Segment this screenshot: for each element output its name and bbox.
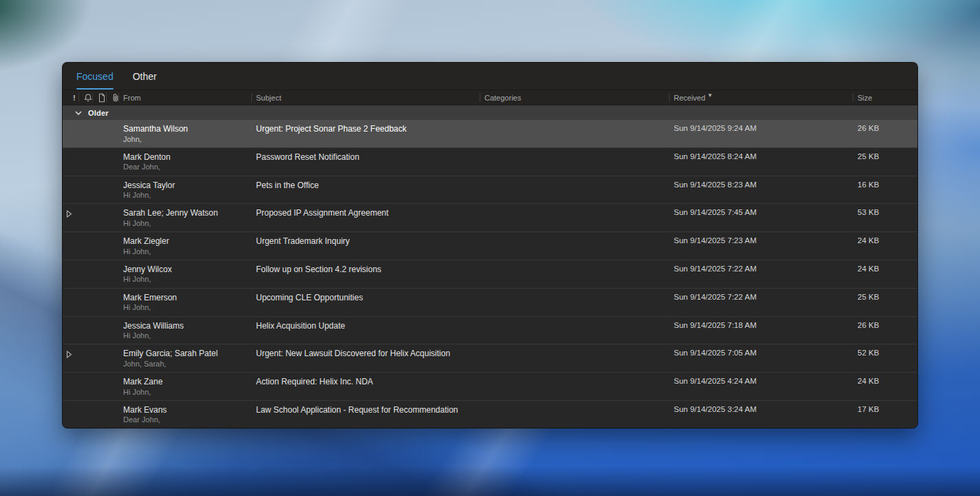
received-timestamp: Sun 9/14/2025 7:05 AM xyxy=(674,349,756,357)
sender-name: Sarah Lee; Jenny Watson xyxy=(123,208,218,218)
message-row[interactable]: Mark Emerson Hi John, Upcoming CLE Oppor… xyxy=(63,289,917,317)
column-received[interactable]: Received ▼ xyxy=(674,90,713,105)
column-header-row: ! From xyxy=(63,90,917,105)
message-subject: Urgent: Project Sonar Phase 2 Feedback xyxy=(256,124,407,134)
received-timestamp: Sun 9/14/2025 7:22 AM xyxy=(674,293,756,301)
message-preview: Dear John, xyxy=(123,415,160,424)
message-row[interactable]: Mark Ziegler Hi John, Urgent Trademark I… xyxy=(63,232,917,260)
message-preview: John, Sarah, xyxy=(123,360,166,368)
message-subject: Helix Acquisition Update xyxy=(256,321,345,331)
importance-icon: ! xyxy=(73,94,76,102)
inbox-tab-bar: Focused Other xyxy=(63,63,917,90)
desktop: Focused Other ! xyxy=(0,0,980,496)
column-subject-label: Subject xyxy=(256,94,281,102)
message-size: 26 KB xyxy=(858,321,879,329)
message-size: 25 KB xyxy=(858,152,879,161)
message-size: 17 KB xyxy=(858,405,879,413)
received-timestamp: Sun 9/14/2025 8:24 AM xyxy=(674,152,756,161)
message-row[interactable]: Mark Evans Dear John, Law School Applica… xyxy=(63,401,917,428)
message-subject: Proposed IP Assignment Agreement xyxy=(256,208,389,218)
column-importance[interactable]: ! xyxy=(73,90,76,105)
message-subject: Upcoming CLE Opportunities xyxy=(256,293,363,302)
message-size: 24 KB xyxy=(858,236,879,245)
column-size-label: Size xyxy=(858,94,872,102)
message-size: 24 KB xyxy=(858,265,879,273)
message-subject: Follow up on Section 4.2 revisions xyxy=(256,265,381,274)
received-timestamp: Sun 9/14/2025 7:18 AM xyxy=(674,321,756,329)
mail-list-window: Focused Other ! xyxy=(62,62,918,428)
message-subject: Urgent Trademark Inquiry xyxy=(256,236,350,246)
message-size: 53 KB xyxy=(858,208,879,216)
message-subject: Password Reset Notification xyxy=(256,152,359,162)
message-preview: Dear John, xyxy=(123,163,160,171)
message-size: 24 KB xyxy=(858,377,879,385)
tab-focused[interactable]: Focused xyxy=(76,63,114,90)
chevron-down-icon xyxy=(75,110,82,116)
column-received-label: Received xyxy=(674,94,705,102)
message-size: 26 KB xyxy=(858,124,879,132)
message-row[interactable]: Mark Zane Hi John, Action Required: Heli… xyxy=(63,373,917,401)
message-subject: Action Required: Helix Inc. NDA xyxy=(256,377,373,386)
expand-arrow-icon[interactable] xyxy=(66,210,72,218)
tab-other-label: Other xyxy=(133,71,157,82)
message-list: Samantha Wilson John, Urgent: Project So… xyxy=(63,120,917,428)
message-row[interactable]: Mark Denton Dear John, Password Reset No… xyxy=(63,148,917,176)
received-timestamp: Sun 9/14/2025 4:24 AM xyxy=(674,377,756,385)
message-subject: Urgent: New Lawsuit Discovered for Helix… xyxy=(256,349,450,358)
sort-descending-icon: ▼ xyxy=(707,92,713,99)
sender-name: Mark Evans xyxy=(123,405,167,415)
received-timestamp: Sun 9/14/2025 9:24 AM xyxy=(674,124,756,132)
bell-icon xyxy=(83,93,93,103)
message-row[interactable]: Sarah Lee; Jenny Watson Hi John, Propose… xyxy=(63,204,917,232)
message-row[interactable]: Samantha Wilson John, Urgent: Project So… xyxy=(63,120,917,148)
document-icon xyxy=(97,93,107,103)
sender-name: Mark Denton xyxy=(123,152,171,162)
message-preview: John, xyxy=(123,135,142,143)
tab-other[interactable]: Other xyxy=(133,63,157,90)
message-row[interactable]: Jenny Wilcox Hi John, Follow up on Secti… xyxy=(63,260,917,289)
received-timestamp: Sun 9/14/2025 7:22 AM xyxy=(674,265,756,273)
message-preview: Hi John, xyxy=(123,331,151,340)
expand-arrow-icon[interactable] xyxy=(66,351,72,358)
message-size: 52 KB xyxy=(858,349,879,357)
message-preview: Hi John, xyxy=(123,219,151,227)
message-row[interactable]: Jessica Williams Hi John, Helix Acquisit… xyxy=(63,317,917,345)
message-preview: Hi John, xyxy=(123,388,151,396)
message-subject: Law School Application - Request for Rec… xyxy=(256,405,458,415)
sender-name: Jessica Williams xyxy=(123,321,184,331)
column-size[interactable]: Size xyxy=(858,90,872,105)
message-preview: Hi John, xyxy=(123,191,151,199)
received-timestamp: Sun 9/14/2025 7:23 AM xyxy=(674,236,756,245)
sender-name: Mark Ziegler xyxy=(123,236,169,246)
group-label: Older xyxy=(88,109,109,117)
received-timestamp: Sun 9/14/2025 7:45 AM xyxy=(674,208,756,216)
received-timestamp: Sun 9/14/2025 3:24 AM xyxy=(674,405,756,413)
message-preview: Hi John, xyxy=(123,275,151,283)
sender-name: Mark Zane xyxy=(123,377,162,386)
sender-name: Jessica Taylor xyxy=(123,180,175,190)
message-size: 25 KB xyxy=(858,293,879,301)
sender-name: Mark Emerson xyxy=(123,293,177,302)
column-categories[interactable]: Categories xyxy=(484,90,521,105)
column-item-type[interactable] xyxy=(97,90,107,105)
message-row[interactable]: Jessica Taylor Hi John, Pets in the Offi… xyxy=(63,176,917,205)
tab-focused-label: Focused xyxy=(76,71,114,82)
sender-name: Samantha Wilson xyxy=(123,124,188,134)
message-preview: Hi John, xyxy=(123,303,151,311)
message-preview: Hi John, xyxy=(123,247,151,256)
column-from-label: From xyxy=(123,94,141,102)
column-categories-label: Categories xyxy=(484,94,521,102)
sender-name: Jenny Wilcox xyxy=(123,265,172,274)
group-header-older[interactable]: Older xyxy=(63,105,917,120)
column-subject[interactable]: Subject xyxy=(256,90,281,105)
message-row[interactable]: Emily Garcia; Sarah Patel John, Sarah, U… xyxy=(63,344,917,373)
message-subject: Pets in the Office xyxy=(256,180,319,190)
message-size: 16 KB xyxy=(858,180,879,189)
column-reminder[interactable] xyxy=(83,90,93,105)
column-from[interactable]: From xyxy=(123,90,141,105)
received-timestamp: Sun 9/14/2025 8:23 AM xyxy=(674,180,756,189)
sender-name: Emily Garcia; Sarah Patel xyxy=(123,349,217,358)
